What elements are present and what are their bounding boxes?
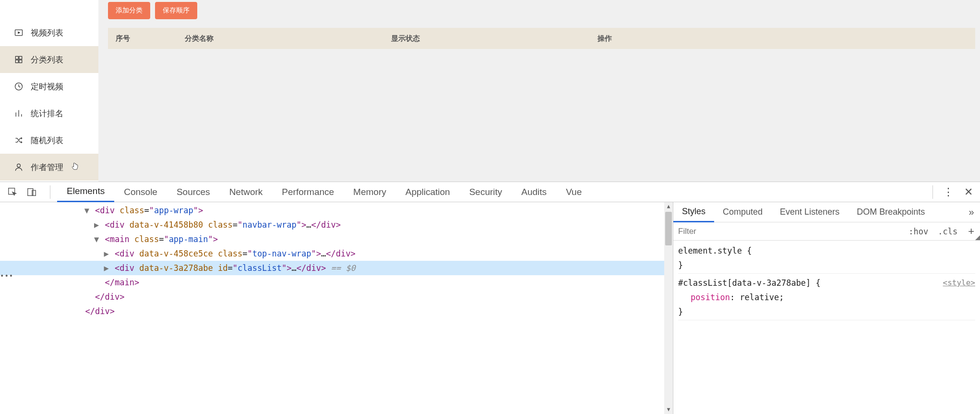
svg-rect-2	[19, 56, 22, 59]
styles-filter-input[interactable]	[673, 222, 904, 240]
grid-icon	[13, 54, 24, 65]
css-rule[interactable]: <style>#classList[data-v-3a278abe] {posi…	[678, 276, 975, 320]
tab-console[interactable]: Console	[114, 182, 167, 202]
resize-corner-icon[interactable]	[975, 235, 980, 240]
col-name: 分类名称	[185, 34, 391, 43]
sidebar-item-label: 定时视频	[31, 81, 63, 92]
toggle-icon[interactable]	[93, 275, 100, 290]
dom-tree-line[interactable]: ▶ <div data-v-3a278abe id="classList">…<…	[0, 261, 673, 275]
dom-tree-line[interactable]: </div>	[0, 290, 673, 304]
styles-tab-bar: Styles Computed Event Listeners DOM Brea…	[673, 202, 980, 222]
sidebar-item-label: 分类列表	[31, 54, 63, 65]
kebab-menu-icon[interactable]: ⋮	[940, 183, 957, 201]
toggle-icon[interactable]: ▼	[84, 203, 90, 218]
tab-security[interactable]: Security	[460, 182, 512, 202]
dom-tree-line[interactable]: </main>	[0, 275, 673, 290]
styles-panel: Styles Computed Event Listeners DOM Brea…	[673, 202, 980, 414]
sidebar-item-random-list[interactable]: 随机列表	[0, 127, 98, 154]
scrollbar[interactable]: ▲ ▼	[664, 202, 673, 414]
sidebar-item-author-manage[interactable]: 作者管理	[0, 154, 98, 181]
table-header: 序号 分类名称 显示状态 操作	[108, 28, 975, 49]
tab-elements[interactable]: Elements	[57, 182, 114, 202]
play-box-icon	[13, 27, 24, 38]
save-order-button[interactable]: 保存顺序	[155, 2, 197, 19]
devtools-body: ••• ▼ <div class="app-wrap"> ▶ <div data…	[0, 202, 980, 414]
divider	[932, 185, 933, 199]
css-rule[interactable]: element.style {}	[678, 244, 975, 274]
inspect-icon[interactable]	[5, 184, 20, 200]
tab-event-listeners[interactable]: Event Listeners	[771, 202, 848, 222]
dom-tree-line[interactable]: ▶ <div data-v-41458b80 class="navbar-wra…	[0, 218, 673, 232]
rule-source-link[interactable]: <style>	[943, 276, 975, 290]
dom-tree-line[interactable]: ▼ <div class="app-wrap">	[0, 203, 673, 218]
sidebar-item-label: 统计排名	[31, 108, 63, 119]
toggle-icon[interactable]: ▶	[103, 246, 110, 261]
sidebar-item-scheduled-video[interactable]: 定时视频	[0, 73, 98, 100]
tab-memory[interactable]: Memory	[344, 182, 396, 202]
toggle-icon[interactable]: ▼	[93, 232, 100, 246]
close-icon[interactable]: ✕	[960, 183, 977, 201]
col-index: 序号	[108, 34, 185, 43]
app-area: 视频列表 分类列表 定时视频 统计排名 随机列表	[0, 0, 980, 182]
toolbar: 添加分类 保存顺序	[108, 0, 975, 28]
styles-content[interactable]: element.style {}<style>#classList[data-v…	[673, 241, 980, 414]
toggle-icon[interactable]: ▶	[93, 218, 100, 232]
col-status: 显示状态	[391, 34, 598, 43]
hov-toggle[interactable]: :hov	[904, 227, 933, 236]
sidebar-item-video-list[interactable]: 视频列表	[0, 19, 98, 46]
dom-tree-line[interactable]: ▼ <main class="app-main">	[0, 232, 673, 246]
user-icon	[13, 162, 24, 172]
tab-styles[interactable]: Styles	[673, 202, 714, 222]
scroll-thumb[interactable]	[665, 212, 672, 245]
tab-audits[interactable]: Audits	[512, 182, 556, 202]
shuffle-icon	[13, 135, 24, 146]
device-toolbar-icon[interactable]	[24, 184, 39, 200]
more-tabs-icon[interactable]: »	[963, 207, 980, 218]
main-content: 添加分类 保存顺序 序号 分类名称 显示状态 操作	[98, 0, 980, 182]
sidebar-item-category-list[interactable]: 分类列表	[0, 46, 98, 73]
devtools: Elements Console Sources Network Perform…	[0, 182, 980, 414]
tab-computed[interactable]: Computed	[714, 202, 771, 222]
svg-point-6	[17, 164, 21, 167]
svg-rect-9	[32, 190, 36, 195]
devtools-tab-bar: Elements Console Sources Network Perform…	[0, 182, 980, 202]
divider	[50, 185, 50, 199]
col-actions: 操作	[598, 34, 804, 43]
cls-toggle[interactable]: .cls	[933, 227, 962, 236]
scroll-up-icon[interactable]: ▲	[664, 202, 673, 211]
table-body	[108, 49, 975, 182]
toggle-icon[interactable]: ▶	[103, 261, 110, 275]
tab-vue[interactable]: Vue	[556, 182, 591, 202]
tab-sources[interactable]: Sources	[167, 182, 220, 202]
scroll-down-icon[interactable]: ▼	[664, 405, 673, 414]
tab-dom-breakpoints[interactable]: DOM Breakpoints	[848, 202, 933, 222]
sidebar-item-label: 随机列表	[31, 135, 63, 146]
add-category-button[interactable]: 添加分类	[108, 2, 150, 19]
svg-rect-3	[15, 60, 18, 63]
sidebar-item-stats-ranking[interactable]: 统计排名	[0, 100, 98, 127]
dom-tree-line[interactable]: </div>	[0, 304, 673, 318]
tab-network[interactable]: Network	[220, 182, 273, 202]
sidebar: 视频列表 分类列表 定时视频 统计排名 随机列表	[0, 0, 98, 182]
tab-application[interactable]: Application	[396, 182, 460, 202]
gutter-ellipsis-icon[interactable]: •••	[0, 268, 12, 283]
styles-filter-row: :hov .cls +	[673, 222, 980, 241]
clock-icon	[13, 81, 24, 92]
sidebar-item-label: 视频列表	[31, 27, 63, 38]
tab-performance[interactable]: Performance	[272, 182, 344, 202]
sidebar-item-label: 作者管理	[31, 162, 63, 173]
bar-chart-icon	[13, 108, 24, 119]
dom-tree-line[interactable]: ▶ <div data-v-458ce5ce class="top-nav-wr…	[0, 246, 673, 261]
svg-rect-1	[15, 56, 18, 59]
toggle-icon[interactable]	[84, 290, 90, 304]
svg-rect-4	[19, 60, 22, 63]
toggle-icon[interactable]	[73, 304, 80, 318]
elements-panel[interactable]: ••• ▼ <div class="app-wrap"> ▶ <div data…	[0, 202, 673, 414]
